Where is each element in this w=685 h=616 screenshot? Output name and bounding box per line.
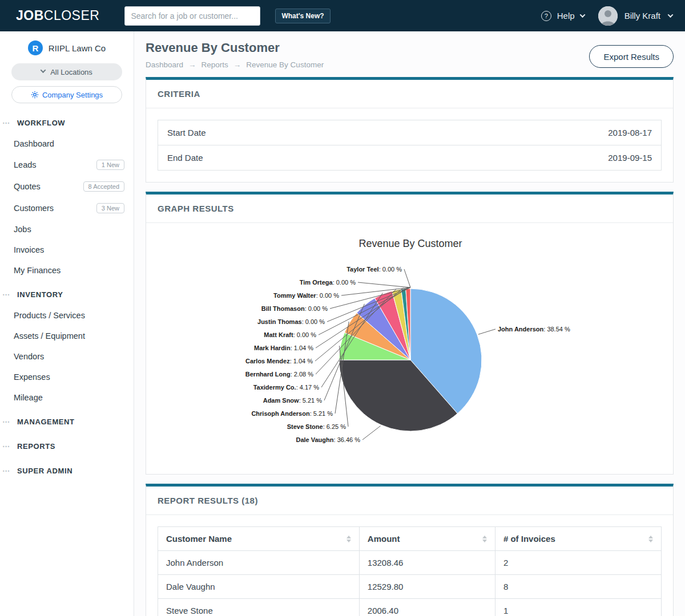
sidebar-item-products-services[interactable]: Products / Services [0,305,134,326]
top-navbar: JOBCLOSER What's New? ? Help Billy Kraft [0,0,685,31]
main-content: Revenue By Customer Dashboard→Reports→Re… [134,31,685,616]
sidebar-item-label: Customers [14,204,54,213]
label-connector-line [362,426,381,440]
global-search [124,6,260,26]
section-label: INVENTORY [17,290,63,299]
company-settings-button[interactable]: Company Settings [11,86,122,103]
sidebar-item-expenses[interactable]: Expenses [0,367,134,387]
status-badge: 3 New [96,203,124,213]
table-cell: Dale Vaughn [158,575,360,599]
breadcrumb: Dashboard→Reports→Revenue By Customer [146,60,324,69]
pie-label-carlos-mendez: Carlos Mendez: 1.04 % [245,358,313,364]
section-label: SUPER ADMIN [17,467,72,475]
pie-label-steve-stone: Steve Stone: 6.25 % [287,423,346,430]
sidebar-section-super-admin[interactable]: ⋯SUPER ADMIN [0,460,134,481]
table-cell: 2 [495,551,661,575]
logo-light: CLOSER [44,8,100,23]
criteria-value: 2019-09-15 [608,153,652,163]
gear-icon [31,91,39,99]
column-label: Amount [368,534,400,544]
report-table: Customer NameAmount# of Invoices John An… [158,526,662,616]
revenue-pie-chart: Revenue By CustomerTaylor Teel: 0.00 %Ti… [146,223,673,474]
sidebar-nav: ⋯WORKFLOWDashboardLeads1 NewQuotes8 Acce… [0,112,134,481]
sidebar-item-invoices[interactable]: Invoices [0,240,134,260]
sidebar-item-label: Dashboard [14,139,54,148]
table-row: John Anderson13208.462 [158,551,662,575]
logo-bold: JOB [16,8,44,23]
table-cell: 1 [495,599,661,616]
section-label: REPORTS [17,442,55,451]
drag-handle-icon: ⋯ [2,418,11,426]
app-logo[interactable]: JOBCLOSER [16,8,99,23]
status-badge: 8 Accepted [83,181,124,192]
label-connector-line [478,329,495,334]
report-table-head-row: Customer NameAmount# of Invoices [158,527,662,551]
whats-new-button[interactable]: What's New? [275,9,330,23]
sidebar-item-dashboard[interactable]: Dashboard [0,133,134,154]
chevron-down-icon[interactable] [579,12,585,18]
column-header-customer-name[interactable]: Customer Name [158,527,360,551]
help-menu[interactable]: Help [557,11,575,21]
pie-label-taylor-teel: Taylor Teel: 0.00 % [346,266,402,273]
pie-label-justin-thomas: Justin Thomas: 0.00 % [257,318,325,325]
sidebar-item-label: Assets / Equipment [14,331,85,341]
user-menu[interactable]: Billy Kraft [624,11,660,21]
chart-area: Revenue By CustomerTaylor Teel: 0.00 %Ti… [146,223,673,474]
sidebar-item-assets-equipment[interactable]: Assets / Equipment [0,326,134,346]
table-cell: 2006.40 [359,599,495,616]
sort-icon [346,536,351,542]
table-row: Dale Vaughn12529.808 [158,575,662,599]
sidebar-section-reports[interactable]: ⋯REPORTS [0,436,134,457]
sidebar-section-workflow[interactable]: ⋯WORKFLOW [0,112,134,133]
column-header-amount[interactable]: Amount [359,527,495,551]
criteria-row-start-date: Start Date2019-08-17 [158,120,661,145]
chevron-down-icon [41,67,46,73]
table-cell: 8 [495,575,661,599]
navbar-right: ? Help Billy Kraft [541,6,672,26]
pie-label-john-anderson: John Anderson: 38.54 % [498,326,570,333]
sidebar-section-management[interactable]: ⋯MANAGEMENT [0,411,134,432]
export-results-button[interactable]: Export Results [589,45,674,68]
company-name: RIIPL Lawn Co [49,43,106,53]
sidebar-item-label: Jobs [14,225,31,234]
sidebar-item-label: Vendors [14,352,44,361]
pie-label-matt-kraft: Matt Kraft: 0.00 % [264,331,316,338]
breadcrumb-item[interactable]: Reports [202,60,228,69]
chevron-down-icon[interactable] [668,12,674,18]
sidebar-item-my-finances[interactable]: My Finances [0,260,134,281]
company-header[interactable]: R RIIPL Lawn Co [0,40,134,63]
sidebar-item-leads[interactable]: Leads1 New [0,154,134,176]
sidebar-section-inventory[interactable]: ⋯INVENTORY [0,284,134,305]
sidebar-item-mileage[interactable]: Mileage [0,387,134,408]
sidebar-item-label: Quotes [14,182,41,191]
sidebar-item-vendors[interactable]: Vendors [0,346,134,367]
report-table-body: John Anderson13208.462Dale Vaughn12529.8… [158,551,662,616]
sort-icon [482,536,487,542]
criteria-label: End Date [167,153,203,163]
criteria-row-end-date: End Date2019-09-15 [158,145,661,170]
section-label: WORKFLOW [17,119,65,127]
sidebar-item-jobs[interactable]: Jobs [0,219,134,240]
table-row: Steve Stone2006.401 [158,599,662,616]
table-cell: Steve Stone [158,599,360,616]
pie-label-dale-vaughn: Dale Vaughn: 36.46 % [296,436,360,443]
locations-dropdown[interactable]: All Locations [11,63,122,80]
sidebar: R RIIPL Lawn Co All Locations Company Se… [0,31,134,616]
drag-handle-icon: ⋯ [2,467,11,475]
column-header-of-invoices[interactable]: # of Invoices [495,527,661,551]
column-label: Customer Name [166,534,232,544]
pie-label-tim-ortega: Tim Ortega: 0.00 % [300,279,356,286]
breadcrumb-item[interactable]: Dashboard [146,60,183,69]
sidebar-item-quotes[interactable]: Quotes8 Accepted [0,176,134,197]
drag-handle-icon: ⋯ [2,119,11,127]
report-panel-title: REPORT RESULTS (18) [146,487,673,515]
graph-panel-title: GRAPH RESULTS [146,194,673,223]
sidebar-item-label: My Finances [14,266,61,275]
criteria-panel-title: CRITERIA [146,80,673,108]
sidebar-item-customers[interactable]: Customers3 New [0,197,134,219]
table-cell: 12529.80 [359,575,495,599]
report-results-panel: REPORT RESULTS (18) Customer NameAmount#… [146,484,674,616]
avatar[interactable] [598,6,618,26]
breadcrumb-arrow-icon: → [188,60,196,69]
search-input[interactable] [124,6,260,26]
